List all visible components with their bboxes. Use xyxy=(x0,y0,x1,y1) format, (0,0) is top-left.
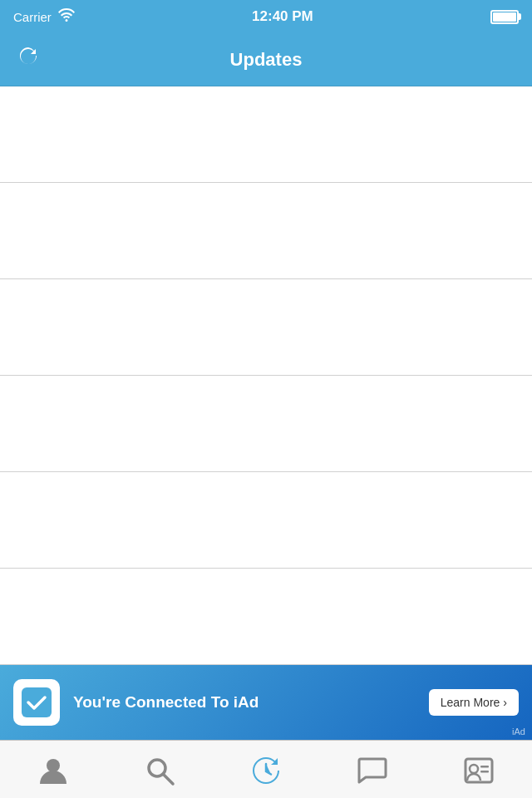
carrier-label: Carrier xyxy=(13,10,52,24)
status-bar: Carrier 12:40 PM xyxy=(0,0,532,33)
svg-line-3 xyxy=(163,774,173,784)
tab-profile[interactable]: Profile xyxy=(426,749,532,798)
learn-more-button[interactable]: Learn More › xyxy=(429,689,519,716)
chat-icon xyxy=(351,749,394,792)
tab-updates[interactable]: Updates xyxy=(213,749,319,798)
list-item[interactable] xyxy=(0,86,532,183)
ad-check-icon xyxy=(13,679,60,726)
updates-icon xyxy=(244,749,288,792)
main-content xyxy=(0,86,532,665)
list-item[interactable] xyxy=(0,472,532,569)
tab-contacts[interactable]: Contacts xyxy=(0,749,106,798)
battery-fill xyxy=(493,12,516,22)
ad-label: iAd xyxy=(512,727,525,736)
svg-point-5 xyxy=(470,765,478,773)
nav-title: Updates xyxy=(230,49,303,71)
svg-rect-0 xyxy=(22,687,52,717)
list-item[interactable] xyxy=(0,183,532,279)
search-icon xyxy=(138,749,181,792)
tab-search[interactable]: Search xyxy=(106,749,213,798)
svg-point-1 xyxy=(47,759,60,772)
svg-rect-7 xyxy=(480,771,489,773)
svg-rect-6 xyxy=(480,766,489,768)
learn-more-label: Learn More xyxy=(441,696,500,709)
chevron-right-icon: › xyxy=(503,696,507,709)
ad-banner[interactable]: You're Connected To iAd Learn More › iAd xyxy=(0,665,532,740)
nav-bar: Updates xyxy=(0,33,532,86)
refresh-button[interactable] xyxy=(17,45,40,74)
contacts-icon xyxy=(32,749,75,792)
list-rows xyxy=(0,86,532,665)
list-item[interactable] xyxy=(0,279,532,376)
list-item[interactable] xyxy=(0,376,532,472)
tab-bar: Contacts Search Updates Chat xyxy=(0,740,532,798)
profile-icon xyxy=(457,749,500,792)
status-time: 12:40 PM xyxy=(252,8,313,25)
list-item[interactable] xyxy=(0,569,532,665)
status-left: Carrier xyxy=(13,8,75,25)
tab-chat[interactable]: Chat xyxy=(319,749,426,798)
battery-icon xyxy=(490,10,519,24)
ad-text: You're Connected To iAd xyxy=(73,693,416,712)
wifi-icon xyxy=(58,8,75,25)
